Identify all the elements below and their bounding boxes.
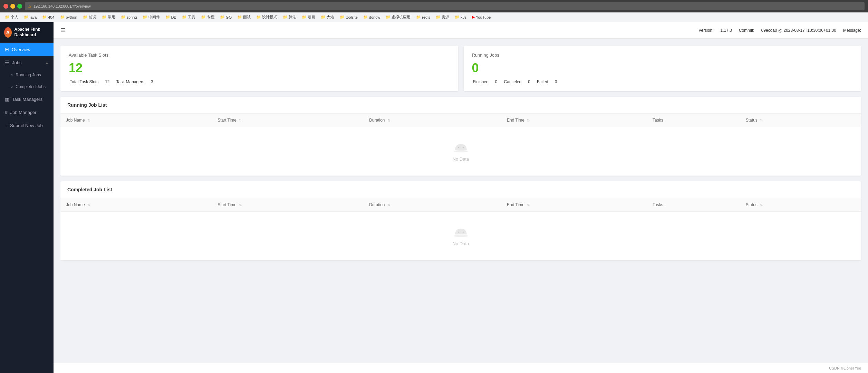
main-content: Available Task Slots 12 Total Task Slots… <box>54 39 868 363</box>
bookmark-label: java <box>30 15 37 19</box>
bookmark-404[interactable]: 📁 404 <box>40 14 56 20</box>
completed-job-list-title: Completed Job List <box>60 181 861 198</box>
bookmark-tools[interactable]: 📁 工具 <box>180 14 197 20</box>
maximize-button[interactable] <box>17 4 22 9</box>
bookmark-personal[interactable]: 📁 个人 <box>3 14 20 20</box>
sidebar-item-running-jobs[interactable]: ○ Running Jobs <box>0 69 54 81</box>
folder-icon: 📁 <box>121 15 126 19</box>
col-start-time[interactable]: Start Time ⇅ <box>212 198 364 212</box>
bookmark-label: spring <box>127 15 137 19</box>
bookmark-changyong[interactable]: 📁 常用 <box>100 14 117 20</box>
bookmark-label: 中间件 <box>148 15 160 20</box>
sidebar-item-job-manager[interactable]: # Job Manager <box>0 106 54 119</box>
completed-job-no-data-cell: No Data <box>60 212 861 260</box>
sidebar-overview-label: Overview <box>12 47 30 52</box>
col-tasks[interactable]: Tasks <box>647 114 740 127</box>
sort-icon: ⇅ <box>387 118 390 122</box>
sidebar-item-submit-job[interactable]: ↑ Submit New Job <box>0 119 54 132</box>
bookmark-algorithm[interactable]: 📁 算法 <box>281 14 298 20</box>
chevron-up-icon: ▲ <box>45 61 49 65</box>
close-button[interactable] <box>3 4 8 9</box>
message-label: Message: <box>843 28 861 33</box>
folder-icon: 📁 <box>436 15 441 19</box>
browser-chrome: ⚠ 192.168.140.132:8081/#/overview <box>0 0 868 12</box>
svg-point-4 <box>458 232 459 233</box>
youtube-icon: ▶ <box>472 15 475 19</box>
failed-label: Failed <box>537 79 548 84</box>
address-bar[interactable]: ⚠ 192.168.140.132:8081/#/overview <box>25 2 865 10</box>
bookmark-label: DB <box>171 15 176 19</box>
folder-icon: 📁 <box>102 15 107 19</box>
col-tasks-label: Tasks <box>653 202 663 207</box>
bookmark-redis[interactable]: 📁 redis <box>414 14 432 20</box>
folder-icon: 📁 <box>83 15 88 19</box>
bookmark-toolsite[interactable]: 📁 toolsite <box>338 14 360 20</box>
menu-toggle-button[interactable]: ☰ <box>60 27 65 34</box>
bookmark-python[interactable]: 📁 python <box>58 14 79 20</box>
col-job-name[interactable]: Job Name ⇅ <box>60 114 212 127</box>
app-logo-icon: A <box>4 27 12 38</box>
col-status[interactable]: Status ⇅ <box>740 198 861 212</box>
sort-icon: ⇅ <box>239 203 242 207</box>
bookmark-youtube[interactable]: ▶ YouTube <box>470 14 493 20</box>
finished-label: Finished <box>473 79 489 84</box>
sidebar-item-overview[interactable]: ⊞ Overview <box>0 43 54 56</box>
bookmark-db[interactable]: 📁 DB <box>163 14 179 20</box>
col-end-time[interactable]: End Time ⇅ <box>501 114 647 127</box>
bookmark-vm[interactable]: 📁 虚拟机应用 <box>384 14 413 20</box>
col-start-time[interactable]: Start Time ⇅ <box>212 114 364 127</box>
col-start-time-label: Start Time <box>218 202 237 207</box>
bookmark-java[interactable]: 📁 java <box>22 14 39 20</box>
sidebar-item-jobs[interactable]: ☰ Jobs ▲ <box>0 56 54 69</box>
task-slots-title: Available Task Slots <box>69 52 450 58</box>
task-slots-card: Available Task Slots 12 Total Task Slots… <box>60 46 458 91</box>
bookmark-label: donow <box>369 15 380 19</box>
col-job-name[interactable]: Job Name ⇅ <box>60 198 212 212</box>
server-icon: ▦ <box>5 96 9 102</box>
bookmark-k8s[interactable]: 📁 k8s <box>453 14 469 20</box>
folder-icon: 📁 <box>363 15 368 19</box>
col-status[interactable]: Status ⇅ <box>740 114 861 127</box>
bookmark-spring[interactable]: 📁 spring <box>119 14 139 20</box>
running-job-no-data-area: No Data <box>60 127 861 175</box>
bookmark-go[interactable]: 📁 GO <box>218 14 234 20</box>
sidebar-item-task-managers[interactable]: ▦ Task Managers <box>0 93 54 106</box>
running-jobs-card: Running Jobs 0 Finished 0 Canceled 0 Fai… <box>464 46 861 91</box>
col-tasks[interactable]: Tasks <box>647 198 740 212</box>
svg-point-3 <box>454 235 468 237</box>
bookmark-project[interactable]: 📁 项目 <box>300 14 317 20</box>
col-end-time[interactable]: End Time ⇅ <box>501 198 647 212</box>
bookmark-middleware[interactable]: 📁 中间件 <box>141 14 162 20</box>
running-jobs-title: Running Jobs <box>472 52 853 58</box>
bookmark-donow[interactable]: 📁 donow <box>361 14 382 20</box>
logo-letter: A <box>6 30 10 35</box>
bookmark-design-pattern[interactable]: 📁 设计模式 <box>254 14 279 20</box>
bookmark-label: python <box>66 15 77 19</box>
bookmark-label: redis <box>422 15 430 19</box>
bookmark-interview[interactable]: 📁 面试 <box>235 14 253 20</box>
col-tasks-label: Tasks <box>653 118 663 123</box>
page-footer: CSDN ©Lionel Yee <box>54 363 868 373</box>
sidebar: A Apache Flink Dashboard ⊞ Overview ☰ Jo… <box>0 22 54 373</box>
col-end-time-label: End Time <box>507 118 524 123</box>
completed-job-no-data-text: No Data <box>453 241 469 246</box>
bookmark-label: 大港 <box>327 15 334 20</box>
minimize-button[interactable] <box>10 4 15 9</box>
col-duration-label: Duration <box>369 202 385 207</box>
col-duration[interactable]: Duration ⇅ <box>364 114 501 127</box>
circle-check-icon: ○ <box>10 84 13 89</box>
bookmarks-bar: 📁 个人 📁 java 📁 404 📁 python 📁 前调 📁 常用 📁 s… <box>0 12 868 22</box>
sidebar-item-completed-jobs[interactable]: ○ Completed Jobs <box>0 81 54 93</box>
upload-icon: ↑ <box>5 123 7 128</box>
bookmark-qiantiao[interactable]: 📁 前调 <box>81 14 98 20</box>
bookmark-column[interactable]: 📁 专栏 <box>199 14 216 20</box>
bookmark-resources[interactable]: 📁 资源 <box>434 14 451 20</box>
window-controls <box>3 4 22 9</box>
bookmark-label: k8s <box>461 15 466 19</box>
folder-icon: 📁 <box>283 15 288 19</box>
lock-icon: ⚠ <box>28 4 31 8</box>
bookmark-dagang[interactable]: 📁 大港 <box>319 14 336 20</box>
completed-job-list-section: Completed Job List Job Name ⇅ Start Time… <box>60 181 861 260</box>
sidebar-job-manager-label: Job Manager <box>10 110 37 115</box>
col-duration[interactable]: Duration ⇅ <box>364 198 501 212</box>
